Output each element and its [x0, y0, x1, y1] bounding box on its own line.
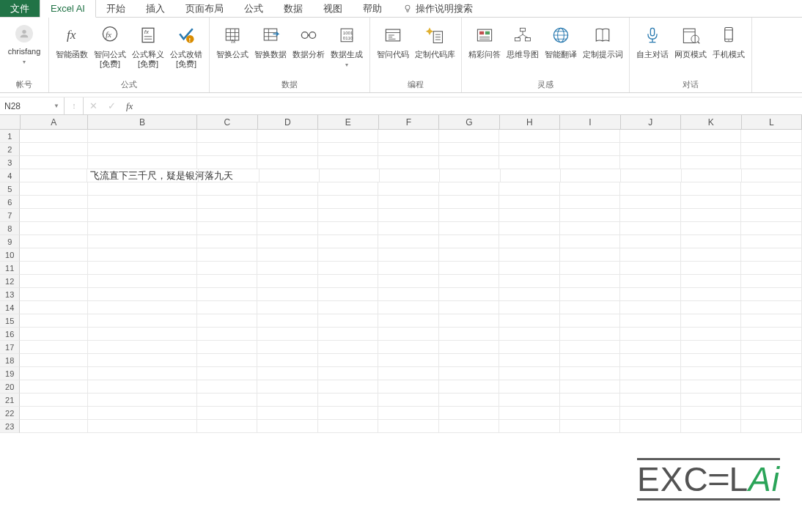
- cell-D10[interactable]: [257, 248, 318, 262]
- cell-C11[interactable]: [197, 262, 258, 275]
- cell-B8[interactable]: [88, 222, 197, 235]
- cell-H19[interactable]: [499, 367, 560, 380]
- cell-A9[interactable]: [20, 235, 87, 248]
- cell-D17[interactable]: [257, 341, 318, 354]
- tab-home[interactable]: 开始: [96, 0, 136, 17]
- cell-E3[interactable]: [318, 156, 379, 169]
- cell-J22[interactable]: [620, 407, 681, 420]
- cell-K10[interactable]: [681, 248, 742, 262]
- cell-D8[interactable]: [257, 222, 318, 235]
- cell-J23[interactable]: [620, 420, 681, 433]
- cell-G7[interactable]: [439, 209, 500, 222]
- cell-D7[interactable]: [257, 209, 318, 222]
- cell-I5[interactable]: [560, 182, 621, 196]
- cell-G15[interactable]: [439, 314, 500, 328]
- row-header-22[interactable]: 22: [0, 407, 20, 420]
- cell-J21[interactable]: [620, 394, 681, 407]
- cell-J10[interactable]: [620, 248, 681, 262]
- cell-K23[interactable]: [681, 420, 742, 433]
- cell-A22[interactable]: [20, 407, 87, 420]
- formula-debug-button[interactable]: ! 公式改错 [免费]: [168, 21, 205, 78]
- cell-B18[interactable]: [88, 354, 197, 367]
- cell-F11[interactable]: [378, 262, 439, 275]
- col-header-L[interactable]: L: [742, 115, 802, 130]
- cell-L12[interactable]: [741, 275, 802, 288]
- cell-A11[interactable]: [20, 262, 87, 275]
- row-header-3[interactable]: 3: [0, 156, 20, 169]
- mobile-mode-button[interactable]: 手机模式: [710, 21, 747, 78]
- cell-J8[interactable]: [620, 222, 681, 235]
- cell-D3[interactable]: [257, 156, 318, 169]
- row-header-23[interactable]: 23: [0, 420, 20, 433]
- cell-E17[interactable]: [318, 341, 379, 354]
- cell-G5[interactable]: [439, 182, 500, 196]
- tab-tell-me[interactable]: 操作说明搜索: [392, 0, 483, 17]
- cell-I23[interactable]: [560, 420, 621, 433]
- data-analysis-button[interactable]: 数据分析: [290, 21, 327, 78]
- cell-D6[interactable]: [257, 196, 318, 209]
- cell-L7[interactable]: [741, 209, 802, 222]
- row-header-2[interactable]: 2: [0, 143, 20, 156]
- cell-H17[interactable]: [499, 341, 560, 354]
- cell-D4[interactable]: [260, 169, 320, 182]
- row-header-19[interactable]: 19: [0, 367, 20, 380]
- cell-H11[interactable]: [499, 262, 560, 275]
- cell-D11[interactable]: [257, 262, 318, 275]
- web-mode-button[interactable]: 网页模式: [672, 21, 709, 78]
- cell-G21[interactable]: [439, 394, 500, 407]
- cell-F8[interactable]: [378, 222, 439, 235]
- cell-B20[interactable]: [88, 380, 197, 394]
- cell-F1[interactable]: [378, 130, 439, 143]
- cell-E18[interactable]: [318, 354, 379, 367]
- cell-F9[interactable]: [378, 235, 439, 248]
- cell-E8[interactable]: [318, 222, 379, 235]
- row-header-15[interactable]: 15: [0, 314, 20, 328]
- cell-A5[interactable]: [20, 182, 87, 196]
- cell-B13[interactable]: [88, 288, 197, 301]
- cell-F10[interactable]: [378, 248, 439, 262]
- cell-G6[interactable]: [439, 196, 500, 209]
- cell-J6[interactable]: [620, 196, 681, 209]
- cell-I13[interactable]: [560, 288, 621, 301]
- cell-C15[interactable]: [197, 314, 258, 328]
- cell-E7[interactable]: [318, 209, 379, 222]
- cell-K2[interactable]: [681, 143, 742, 156]
- cell-B9[interactable]: [88, 235, 197, 248]
- cell-A19[interactable]: [20, 367, 87, 380]
- row-header-7[interactable]: 7: [0, 209, 20, 222]
- cell-D1[interactable]: [257, 130, 318, 143]
- cell-A15[interactable]: [20, 314, 87, 328]
- cell-L2[interactable]: [741, 143, 802, 156]
- cell-E10[interactable]: [318, 248, 379, 262]
- cancel-icon[interactable]: ✕: [89, 100, 98, 111]
- cell-I4[interactable]: [561, 169, 621, 182]
- cell-C10[interactable]: [197, 248, 258, 262]
- cell-G18[interactable]: [439, 354, 500, 367]
- cell-J5[interactable]: [620, 182, 681, 196]
- cell-J9[interactable]: [620, 235, 681, 248]
- cell-H20[interactable]: [499, 380, 560, 394]
- name-box[interactable]: N28 ▼: [0, 97, 65, 114]
- cell-L11[interactable]: [741, 262, 802, 275]
- cell-K3[interactable]: [681, 156, 742, 169]
- cell-J19[interactable]: [620, 367, 681, 380]
- cell-K12[interactable]: [681, 275, 742, 288]
- col-header-B[interactable]: B: [88, 115, 197, 130]
- cell-J20[interactable]: [620, 380, 681, 394]
- cell-C1[interactable]: [197, 130, 258, 143]
- cell-K9[interactable]: [681, 235, 742, 248]
- cell-I20[interactable]: [560, 380, 621, 394]
- cell-F21[interactable]: [378, 394, 439, 407]
- cell-C16[interactable]: [197, 328, 258, 341]
- cell-I10[interactable]: [560, 248, 621, 262]
- cell-F12[interactable]: [378, 275, 439, 288]
- cell-B19[interactable]: [88, 367, 197, 380]
- cell-K18[interactable]: [681, 354, 742, 367]
- cell-B7[interactable]: [88, 209, 197, 222]
- cell-L8[interactable]: [741, 222, 802, 235]
- cell-E6[interactable]: [318, 196, 379, 209]
- cell-L16[interactable]: [741, 328, 802, 341]
- cell-E11[interactable]: [318, 262, 379, 275]
- cell-B11[interactable]: [88, 262, 197, 275]
- cell-F7[interactable]: [378, 209, 439, 222]
